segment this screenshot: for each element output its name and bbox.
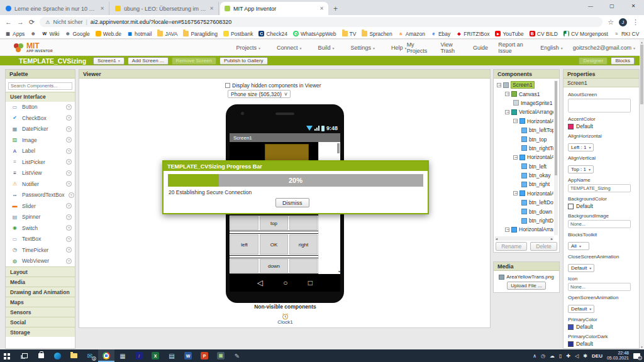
help-icon[interactable]: ? <box>66 126 72 132</box>
page-scroll-thumb[interactable] <box>640 45 643 104</box>
keyboard-language[interactable]: DEU <box>592 353 602 359</box>
header-link[interactable]: Report an Issue <box>498 41 530 54</box>
taskbar-icon[interactable]: P <box>196 349 213 362</box>
scroll-left-icon[interactable]: ◂ <box>496 236 497 241</box>
browser-tab[interactable]: MIT App Inventor ✕ <box>220 2 328 15</box>
forward-icon[interactable]: → <box>17 18 24 26</box>
minimize-button[interactable]: — <box>580 0 601 13</box>
tree-item[interactable]: HorizontalArrangen <box>495 117 553 126</box>
tree-horizontal-scrollbar[interactable]: ◂ ▸ <box>495 236 553 241</box>
bookmark[interactable]: ◆ FRITZ!Box <box>456 31 489 37</box>
close-button[interactable]: ✕ <box>623 0 644 13</box>
help-icon[interactable]: ? <box>66 170 72 176</box>
taskbar-icon[interactable] <box>0 349 16 362</box>
taskbar-icon[interactable]: ▤ <box>164 349 180 362</box>
url-field[interactable]: ⚠ Nicht sicher | ai2.appinventor.mit.edu… <box>40 17 602 27</box>
bookmark[interactable]: ▦ hotmail <box>127 31 152 37</box>
help-icon[interactable]: ? <box>66 137 72 143</box>
taskbar-icon[interactable] <box>49 349 65 362</box>
help-icon[interactable]: ? <box>66 104 72 110</box>
tree-item[interactable]: btn_right <box>495 180 553 189</box>
tree-item[interactable]: btn_left <box>495 162 553 171</box>
palette-item[interactable]: •• PasswordTextBox ? <box>6 190 75 201</box>
rename-button[interactable]: Rename <box>496 242 527 251</box>
palette-section[interactable]: Drawing and Animation <box>6 287 75 297</box>
help-icon[interactable]: ? <box>66 115 72 121</box>
bookmark[interactable]: Sprachen <box>362 31 392 37</box>
taskbar-icon[interactable]: W <box>180 349 196 362</box>
taskbar-icon[interactable] <box>16 349 33 362</box>
property-dropdown[interactable]: All <box>568 242 589 250</box>
help-icon[interactable]: ? <box>66 148 72 154</box>
menu-item[interactable]: Help <box>391 45 407 51</box>
bookmark[interactable]: Postbank <box>223 31 253 37</box>
palette-item[interactable]: ▭ Button ? <box>6 102 75 113</box>
scroll-down-icon[interactable]: ▾ <box>640 345 644 349</box>
menu-item[interactable]: Projects <box>236 45 260 51</box>
palette-item[interactable]: ◷ TimePicker ? <box>6 244 75 256</box>
display-hidden-checkbox[interactable] <box>225 83 230 88</box>
help-icon[interactable]: ? <box>66 247 72 253</box>
palette-section[interactable]: Storage <box>6 327 75 337</box>
horizontal-arrangement-middle[interactable]: left OK right <box>230 233 318 256</box>
mit-app-inventor-logo[interactable]: MIT APP INVENTOR <box>14 43 101 53</box>
palette-item[interactable]: ◍ WebViewer ? <box>6 256 75 267</box>
tree-item[interactable]: btn_top <box>495 134 553 143</box>
taskbar-icon[interactable]: ▣ <box>213 349 229 362</box>
page-scrollbar[interactable]: ▴ ▾ <box>640 40 644 349</box>
search-components-input[interactable] <box>8 82 72 90</box>
profile-avatar[interactable]: J <box>619 18 627 26</box>
tree-item[interactable]: btn_leftDown <box>495 198 553 207</box>
apps-shortcut[interactable]: ▦ Apps <box>5 31 25 37</box>
bookmark[interactable]: ⊕ <box>30 31 36 36</box>
media-file[interactable]: AreaYellowTrans.png <box>494 274 559 280</box>
scrollbar-thumb[interactable] <box>337 143 340 153</box>
bookmark[interactable]: ⊕ Google <box>65 31 89 37</box>
browser-menu-icon[interactable]: ⋮ <box>632 18 639 26</box>
tree-item[interactable]: HorizontalArrangen <box>495 189 553 198</box>
taskbar-icon[interactable]: / <box>131 349 147 362</box>
taskbar-icon[interactable] <box>98 349 114 362</box>
palette-item[interactable]: ≡ ListPicker ? <box>6 156 75 168</box>
palette-item[interactable]: ≡ ListView ? <box>6 168 75 179</box>
scroll-up-icon[interactable]: ▴ <box>640 40 644 44</box>
palette-section[interactable]: Sensors <box>6 307 75 317</box>
palette-item[interactable]: A Label ? <box>6 146 75 157</box>
tree-item[interactable]: btn_okay <box>495 171 553 180</box>
bookmark[interactable]: ▸ YouTube <box>495 31 523 37</box>
btn-top[interactable]: top <box>260 216 288 230</box>
bookmark[interactable]: C Check24 <box>258 31 287 37</box>
bookmark[interactable]: Paragliding <box>183 31 218 37</box>
tree-vertical-scrollbar[interactable] <box>554 80 558 235</box>
bookmark[interactable]: ≈ RKI CV <box>614 31 639 37</box>
btn-right[interactable]: right <box>289 234 318 255</box>
tree-item[interactable]: btn_leftTop <box>495 126 553 134</box>
maximize-button[interactable]: ▢ <box>601 0 623 13</box>
bookmark[interactable]: ▟ CV Morgenpost <box>564 31 608 37</box>
bookmark[interactable]: e Ebay <box>431 31 450 37</box>
palette-item[interactable]: ▭ TextBox ? <box>6 234 75 245</box>
tab-close-icon[interactable]: ✕ <box>100 6 104 11</box>
help-icon[interactable]: ? <box>66 258 72 264</box>
reload-icon[interactable]: ⟳ <box>29 18 35 26</box>
taskbar-icon[interactable]: ▦ <box>114 349 131 362</box>
property-input[interactable] <box>568 283 631 291</box>
tree-item[interactable]: HorizontalArrangemer <box>495 225 553 234</box>
collapse-icon[interactable] <box>497 83 501 87</box>
collapse-icon[interactable] <box>505 110 509 114</box>
help-icon[interactable]: ? <box>66 225 72 231</box>
bookmark[interactable]: ✆ WhatsAppWeb <box>293 31 336 37</box>
tray-icon[interactable]: ◷ <box>541 353 545 359</box>
scroll-down-icon[interactable]: ▾ <box>338 269 340 273</box>
tree-item[interactable]: Canvas1 <box>495 89 553 98</box>
header-link[interactable]: Guide <box>473 45 488 51</box>
scroll-right-icon[interactable]: ▸ <box>551 236 553 241</box>
tree-item[interactable]: Screen1 <box>495 80 553 89</box>
help-icon[interactable]: ? <box>66 236 72 242</box>
palette-section[interactable]: Media <box>6 277 75 287</box>
tree-item[interactable]: btn_down <box>495 207 553 216</box>
taskbar-icon[interactable]: ✎ <box>229 349 245 362</box>
notification-icon[interactable]: 1 <box>633 353 640 359</box>
clock-component-label[interactable]: Clock1 <box>79 319 491 325</box>
bookmark[interactable]: Web.de <box>96 31 121 37</box>
